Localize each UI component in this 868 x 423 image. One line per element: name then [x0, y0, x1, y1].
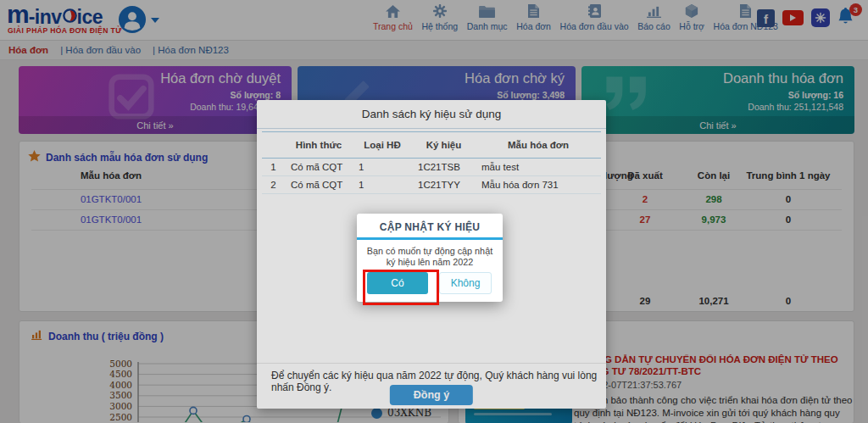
dialog-message: Bạn có muốn tự động cập nhật ký hiệu lên…: [362, 246, 498, 268]
app-screen: m -inv ice GIẢI PHÁP HÓA ĐƠN ĐIỆN TỬ Tra…: [0, 0, 868, 423]
confirm-backdrop: [0, 0, 868, 423]
dialog-title-underline: [357, 237, 503, 240]
annotation-highlight-rect: [363, 270, 439, 305]
no-button[interactable]: Không: [439, 272, 492, 294]
dialog-title: CẬP NHẬT KÝ HIỆU: [357, 214, 503, 233]
